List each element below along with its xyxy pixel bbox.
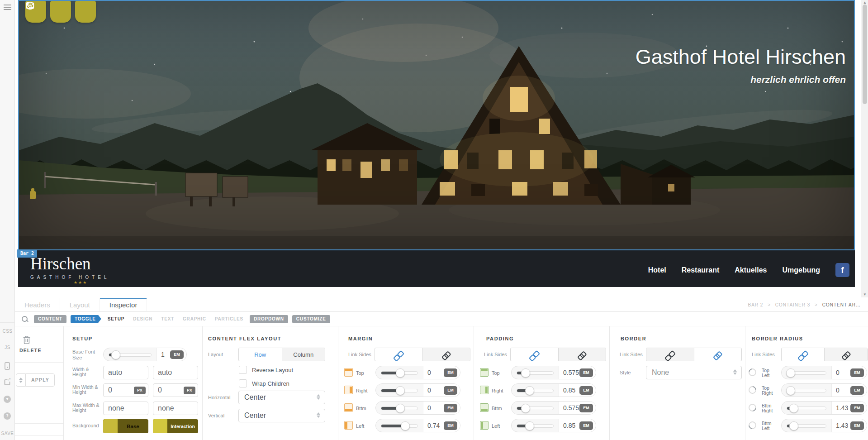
- link-sides-button[interactable]: [422, 348, 470, 361]
- unlink-sides-button[interactable]: [375, 348, 422, 361]
- margin-top-slider[interactable]: 0EM: [375, 366, 460, 379]
- filter-particles[interactable]: PARTICLES: [213, 315, 246, 323]
- base-font-size-slider[interactable]: 1EM: [103, 348, 187, 361]
- unit-badge[interactable]: EM: [579, 368, 593, 377]
- apply-button[interactable]: APPLY: [26, 373, 55, 387]
- css-button[interactable]: CSS: [0, 329, 15, 334]
- tab-inspector[interactable]: Inspector: [100, 298, 147, 312]
- background-interaction-button[interactable]: Interaction: [153, 419, 198, 433]
- vertical-align-select[interactable]: Center: [238, 409, 325, 422]
- filter-customize[interactable]: CUSTOMIZE: [292, 315, 330, 323]
- nav-item-umgebung[interactable]: Umgebung: [782, 266, 820, 274]
- unit-badge[interactable]: PX: [184, 387, 195, 394]
- nav-item-restaurant[interactable]: Restaurant: [682, 266, 720, 274]
- layout-column-button[interactable]: Column: [282, 348, 325, 361]
- min-width-input[interactable]: 0PX: [103, 383, 148, 397]
- js-button[interactable]: JS: [0, 345, 15, 350]
- border-style-select[interactable]: None: [646, 366, 742, 379]
- delete-button[interactable]: DELETE: [19, 348, 42, 353]
- chevron-down-circle-icon[interactable]: ▾: [4, 396, 11, 403]
- unit-badge[interactable]: EM: [579, 421, 593, 430]
- unlink-sides-button[interactable]: [646, 348, 694, 361]
- unit-badge[interactable]: PX: [134, 387, 146, 394]
- help-icon[interactable]: ?: [4, 412, 11, 420]
- scroll-down-arrow[interactable]: ▼: [861, 292, 868, 297]
- unit-badge[interactable]: EM: [850, 368, 864, 377]
- slider-handle[interactable]: [525, 386, 534, 395]
- site-logo[interactable]: Hirschen GASTHOF HOTEL ★★★: [30, 255, 109, 285]
- filter-setup[interactable]: SETUP: [105, 315, 127, 323]
- external-link-icon[interactable]: [5, 379, 10, 385]
- max-width-input[interactable]: none: [103, 402, 148, 415]
- radius-bottom-right-slider[interactable]: 1.43EM: [781, 401, 867, 415]
- facebook-icon[interactable]: f: [835, 263, 849, 277]
- hero-section[interactable]: Gasthof Hotel Hirschen herzlich ehrlich …: [18, 0, 855, 250]
- preview-scrollbar[interactable]: ▲ ▼: [861, 0, 868, 297]
- unit-badge[interactable]: EM: [444, 404, 457, 412]
- margin-right-slider[interactable]: 0EM: [375, 383, 460, 397]
- tab-layout[interactable]: Layout: [60, 298, 100, 312]
- height-input[interactable]: auto: [153, 366, 198, 379]
- slider-handle[interactable]: [786, 368, 795, 378]
- preview-device-icon[interactable]: [5, 362, 10, 370]
- unlink-sides-button[interactable]: [511, 348, 558, 361]
- radius-top-left-slider[interactable]: 0EM: [781, 366, 867, 379]
- unit-badge[interactable]: EM: [850, 404, 864, 412]
- padding-right-slider[interactable]: 0.85EM: [511, 383, 596, 397]
- slider-handle[interactable]: [111, 350, 120, 359]
- slider-handle[interactable]: [521, 404, 530, 413]
- unit-badge[interactable]: EM: [444, 368, 457, 377]
- min-height-input[interactable]: 0PX: [153, 383, 198, 397]
- margin-left-slider[interactable]: 0.74EM: [375, 419, 460, 432]
- breadcrumb-container3[interactable]: CONTAINER 3: [775, 302, 811, 307]
- unlink-sides-button[interactable]: [782, 348, 824, 361]
- radius-top-right-slider[interactable]: 0EM: [781, 383, 867, 397]
- link-sides-button[interactable]: [694, 348, 742, 361]
- slider-handle[interactable]: [396, 386, 405, 395]
- slider-handle[interactable]: [401, 421, 410, 430]
- radius-bottom-left-slider[interactable]: 1.43EM: [781, 419, 867, 432]
- background-base-button[interactable]: Base: [103, 419, 148, 433]
- unit-badge[interactable]: EM: [444, 386, 457, 395]
- padding-left-slider[interactable]: 0.85EM: [511, 419, 596, 432]
- filter-content[interactable]: CONTENT: [34, 315, 66, 323]
- slider-handle[interactable]: [396, 404, 405, 413]
- unit-badge[interactable]: EM: [850, 386, 864, 395]
- wrap-children-checkbox[interactable]: [239, 379, 247, 387]
- padding-bottom-slider[interactable]: 0.575EM: [511, 401, 596, 415]
- unit-badge[interactable]: EM: [579, 404, 593, 412]
- breadcrumb-bar2[interactable]: BAR 2: [748, 302, 764, 307]
- link-sides-button[interactable]: [558, 348, 606, 361]
- filter-toggle[interactable]: TOGGLE: [71, 315, 101, 323]
- tab-headers[interactable]: Headers: [15, 298, 60, 312]
- site-navbar[interactable]: Bar 2 Hirschen GASTHOF HOTEL ★★★ Hotel R…: [18, 250, 855, 287]
- selected-element-tag[interactable]: Bar 2: [17, 249, 37, 258]
- slider-handle[interactable]: [786, 386, 795, 395]
- breadcrumb-content-area[interactable]: CONTENT AR…: [822, 302, 861, 307]
- nav-item-aktuelles[interactable]: Aktuelles: [735, 266, 767, 274]
- filter-graphic[interactable]: GRAPHIC: [180, 315, 209, 323]
- search-icon[interactable]: [21, 316, 28, 323]
- horizontal-align-select[interactable]: Center: [238, 391, 325, 404]
- reverse-layout-checkbox[interactable]: [239, 366, 247, 374]
- unit-badge[interactable]: EM: [444, 421, 457, 430]
- mail-button[interactable]: [50, 1, 71, 23]
- filter-design[interactable]: DESIGN: [131, 315, 155, 323]
- nav-item-hotel[interactable]: Hotel: [648, 266, 666, 274]
- slider-handle[interactable]: [789, 421, 798, 430]
- scrollbar-thumb[interactable]: [863, 5, 867, 104]
- layout-row-button[interactable]: Row: [239, 348, 282, 361]
- slider-handle[interactable]: [789, 404, 798, 413]
- unit-badge[interactable]: EM: [579, 386, 593, 395]
- width-input[interactable]: auto: [103, 366, 148, 379]
- padding-top-slider[interactable]: 0.575EM: [511, 366, 596, 379]
- link-sides-button[interactable]: [824, 348, 867, 361]
- max-height-input[interactable]: none: [153, 402, 198, 415]
- hamburger-menu-icon[interactable]: [4, 5, 11, 10]
- filter-dropdown[interactable]: DROPDOWN: [250, 315, 288, 323]
- unit-badge[interactable]: EM: [170, 350, 184, 359]
- clock-button[interactable]: [75, 1, 96, 23]
- apply-sort-toggle[interactable]: [16, 373, 26, 387]
- filter-text[interactable]: TEXT: [159, 315, 176, 323]
- slider-handle[interactable]: [521, 368, 530, 378]
